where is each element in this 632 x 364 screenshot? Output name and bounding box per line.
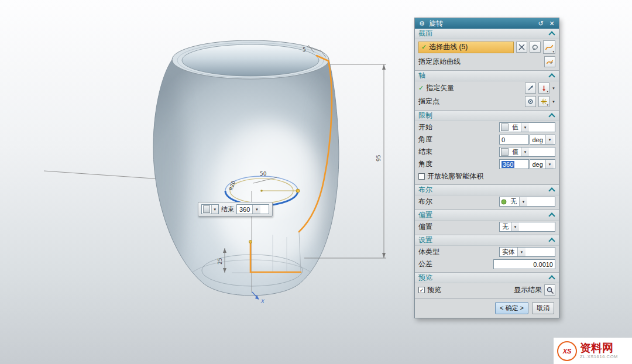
reverse-direction-icon[interactable]: ▾ — [538, 83, 549, 94]
collapse-chevron-icon[interactable] — [548, 31, 555, 37]
end-angle-combo[interactable]: 360 ▼ — [236, 204, 269, 214]
preview-checkbox[interactable]: ✓ — [418, 287, 425, 293]
specify-point-label: 指定点 — [418, 97, 439, 107]
flyout-caret-icon[interactable]: ▾ — [547, 90, 549, 93]
offset-header[interactable]: 偏置 — [415, 210, 559, 221]
collapse-chevron-icon[interactable] — [548, 212, 555, 219]
offset-value: 无 — [500, 222, 511, 231]
collapse-chevron-icon[interactable] — [548, 187, 555, 194]
end-label: 结束 — [221, 205, 234, 214]
limits-header-label: 限制 — [418, 111, 549, 121]
end-angle-unit-combo[interactable]: deg ▼ — [530, 159, 556, 169]
start-angle-value: 0 — [502, 136, 505, 143]
body-type-combo[interactable]: 实体 ▼ — [499, 247, 555, 257]
chevron-down-icon[interactable]: ▼ — [511, 222, 519, 231]
axis-group: 轴 ✓ 指定矢量 ▾ ▼ 指定点 ▾ ▼ — [415, 71, 559, 111]
show-result-label: 显示结果 — [514, 285, 542, 295]
select-curve-row[interactable]: ✓ 选择曲线 (5) — [418, 42, 514, 53]
boolean-header[interactable]: 布尔 — [415, 185, 559, 195]
collapse-chevron-icon[interactable] — [548, 73, 555, 80]
check-icon: ✓ — [418, 84, 424, 92]
chevron-down-icon[interactable]: ▼ — [545, 135, 554, 144]
axis-header[interactable]: 轴 — [415, 71, 559, 81]
boolean-combo[interactable]: 无 ▼ — [499, 197, 555, 207]
section-header[interactable]: 截面 — [415, 29, 559, 39]
dim-inner-height[interactable]: 25 — [217, 258, 223, 265]
tolerance-input[interactable]: 0.0010 — [493, 259, 555, 269]
origin-curve-icon[interactable] — [544, 56, 555, 67]
start-angle-label: 角度 — [418, 135, 432, 145]
lasso-region-icon[interactable] — [530, 42, 541, 53]
dim-arrow — [382, 253, 386, 258]
start-angle-input[interactable]: 0 — [499, 135, 529, 145]
boolean-header-label: 布尔 — [418, 185, 549, 195]
start-limit-combo[interactable]: 值 ▼ — [499, 122, 555, 132]
watermark-site-name: 资料网 — [580, 342, 618, 355]
body-type-value: 实体 — [500, 248, 517, 256]
boolean-label: 布尔 — [418, 197, 432, 207]
collapse-chevron-icon[interactable] — [548, 275, 555, 281]
point-dialog-icon[interactable] — [525, 96, 536, 107]
curve-rule-flyout-icon[interactable]: ▾ — [543, 40, 555, 54]
chevron-down-icon[interactable]: ▼ — [519, 197, 527, 206]
dim-arrow — [382, 64, 386, 70]
collapse-chevron-icon[interactable] — [548, 238, 555, 244]
end-angle-value[interactable]: 360 — [237, 205, 252, 214]
settings-header-label: 设置 — [418, 235, 549, 245]
sketch-center-point — [260, 190, 263, 192]
gear-icon[interactable]: ⚙ — [418, 19, 426, 28]
chevron-down-icon[interactable]: ▼ — [521, 147, 529, 156]
x-axis-label: X — [260, 298, 265, 304]
offset-header-label: 偏置 — [418, 210, 549, 220]
dim-height[interactable]: 95 — [376, 155, 382, 162]
start-angle-unit: deg — [530, 135, 545, 144]
snap-point-icon[interactable]: ▾ — [538, 96, 549, 107]
tolerance-value: 0.0010 — [533, 261, 553, 268]
limits-header[interactable]: 限制 — [415, 111, 559, 121]
body-type-label: 体类型 — [418, 247, 439, 257]
preview-label: 预览 — [427, 285, 441, 295]
chevron-down-icon[interactable]: ▼ — [211, 205, 218, 214]
show-result-magnifier-icon[interactable] — [544, 284, 555, 296]
ok-button[interactable]: < 确定 > — [495, 302, 528, 314]
tolerance-label: 公差 — [418, 259, 432, 269]
chevron-down-icon[interactable]: ▼ — [552, 87, 555, 90]
close-icon[interactable]: ✕ — [548, 19, 556, 28]
start-label: 开始 — [418, 122, 432, 132]
end-angle-input[interactable]: 360 — [499, 159, 529, 169]
flyout-caret-icon[interactable]: ▾ — [552, 50, 554, 53]
watermark-domain: ZL.XS1616.COM — [580, 355, 618, 359]
settings-header[interactable]: 设置 — [415, 235, 559, 246]
flyout-caret-icon[interactable]: ▾ — [547, 103, 549, 107]
dim-rim-offset[interactable]: 5 — [303, 47, 306, 53]
collapse-chevron-icon[interactable] — [548, 113, 555, 119]
end-limit-combo[interactable]: 值 ▼ — [499, 147, 555, 157]
open-profile-checkbox[interactable] — [418, 173, 425, 180]
crossing-selection-icon[interactable] — [516, 42, 527, 53]
limit-option-icon — [203, 205, 210, 213]
vector-dialog-icon[interactable] — [525, 83, 536, 94]
cancel-button[interactable]: 取消 — [532, 302, 554, 314]
vase-opening — [182, 44, 319, 76]
chevron-down-icon[interactable]: ▼ — [521, 123, 529, 132]
start-angle-unit-combo[interactable]: deg ▼ — [530, 135, 556, 145]
boolean-none-icon — [500, 198, 507, 205]
dim-diameter[interactable]: 50 — [260, 171, 267, 177]
end-angle-value-selected: 360 — [502, 161, 514, 168]
sketch-point[interactable] — [296, 189, 300, 193]
chevron-down-icon[interactable]: ▼ — [252, 205, 260, 214]
reset-icon[interactable]: ↺ — [537, 19, 545, 28]
offset-label: 偏置 — [418, 222, 432, 232]
limit-option-combo[interactable]: ▼ — [201, 204, 219, 214]
origin-curve-label: 指定原始曲线 — [418, 57, 461, 67]
limits-group: 限制 开始 值 ▼ 角度 0 deg ▼ — [415, 111, 559, 185]
chevron-down-icon[interactable]: ▼ — [545, 160, 554, 169]
offset-combo[interactable]: 无 ▼ — [499, 222, 555, 232]
dialog-titlebar[interactable]: ⚙ 旋转 ↺ ✕ — [415, 18, 559, 29]
chevron-down-icon[interactable]: ▼ — [517, 248, 525, 256]
start-limit-value: 值 — [510, 123, 521, 132]
chevron-down-icon[interactable]: ▼ — [552, 100, 555, 104]
end-angle-label: 角度 — [418, 159, 432, 169]
preview-header[interactable]: 预览 — [415, 273, 559, 283]
axis-header-label: 轴 — [418, 71, 549, 81]
